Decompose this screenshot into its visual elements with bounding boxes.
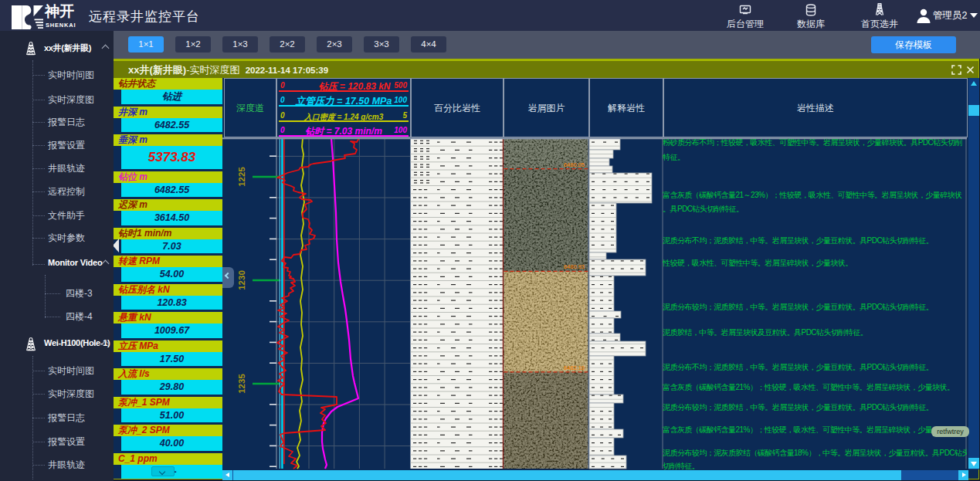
svg-text:1230: 1230	[237, 270, 246, 290]
svg-text:6482.10: 6482.10	[564, 364, 585, 371]
svg-text:6480.05: 6480.05	[564, 161, 585, 168]
svg-text:1235: 1235	[237, 374, 246, 394]
svg-text:6480.93: 6480.93	[564, 263, 585, 270]
svg-text:1225: 1225	[237, 167, 246, 187]
